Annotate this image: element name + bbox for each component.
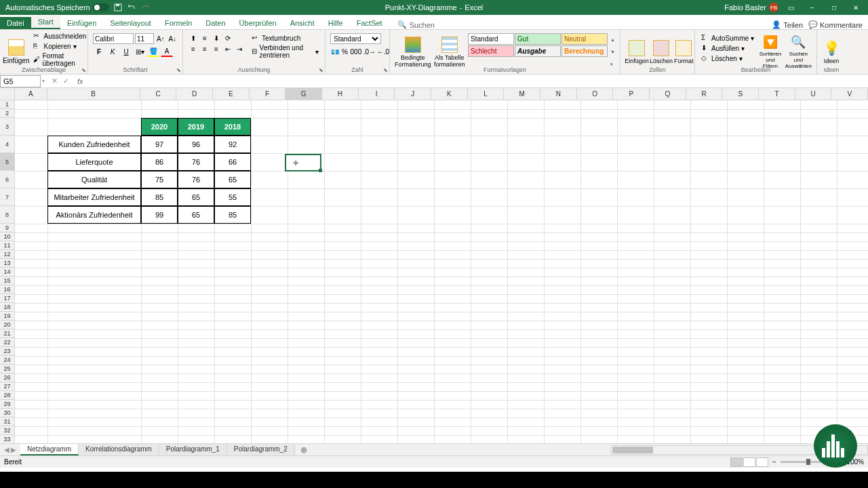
tab-start[interactable]: Start [31,16,60,29]
row-header-14[interactable]: 14 [0,268,15,277]
decrease-indent-button[interactable]: ⇤ [222,44,233,54]
add-sheet-button[interactable]: ⊕ [295,444,313,456]
table-cell[interactable]: 85 [141,188,178,206]
table-header[interactable]: 2018 [214,118,251,136]
wrap-text-button[interactable]: ↩Textumbruch [250,33,320,43]
col-header-P[interactable]: P [613,88,650,100]
close-button[interactable]: ✕ [846,0,865,15]
row-header-11[interactable]: 11 [0,241,15,250]
fx-icon[interactable]: fx [75,77,86,85]
alignment-launcher[interactable]: ⬊ [319,67,323,73]
spreadsheet-grid[interactable]: ABCDEFGHIJKLMNOPQRSTUV 12345678910111213… [0,88,868,443]
row-header-3[interactable]: 3 [0,118,15,136]
table-row-label[interactable]: Kunden Zufriedenheit [47,136,141,153]
table-cell[interactable]: 85 [214,206,251,224]
tab-ueberpruefen[interactable]: Überprüfen [233,17,283,29]
page-layout-view-button[interactable] [743,458,755,467]
styles-scroll-up[interactable]: ▲ [610,37,615,42]
cut-button[interactable]: ✂Ausschneiden [32,31,87,41]
table-cell[interactable]: 65 [178,188,214,206]
col-header-I[interactable]: I [359,88,395,100]
bold-button[interactable]: F [93,46,105,57]
row-header-23[interactable]: 23 [0,347,15,356]
sheet-tab[interactable]: Polardiagramm_1 [159,444,227,455]
font-color-button[interactable]: A [161,46,173,57]
delete-cells-button[interactable]: Löschen [650,33,673,70]
col-header-S[interactable]: S [722,88,759,100]
table-cell[interactable]: 96 [178,136,214,153]
autosave-toggle[interactable]: Automatisches Speichern [5,3,109,12]
col-header-D[interactable]: D [176,88,213,100]
align-right-button[interactable]: ≡ [211,44,222,54]
table-row-label[interactable]: Lieferquote [47,153,141,171]
col-header-Q[interactable]: Q [650,88,686,100]
table-header[interactable]: 2020 [141,118,178,136]
align-left-button[interactable]: ≡ [188,44,199,54]
font-name-select[interactable] [93,33,134,44]
table-cell[interactable]: 76 [178,153,214,171]
row-header-8[interactable]: 8 [0,206,15,224]
font-launcher[interactable]: ⬊ [176,67,181,73]
copy-button[interactable]: ⎘Kopieren▾ [32,41,87,51]
insert-cells-button[interactable]: Einfügen [625,33,648,70]
tab-factset[interactable]: FactSet [350,17,389,29]
save-icon[interactable] [113,3,123,12]
decrease-decimal-button[interactable]: ←.0 [377,46,389,57]
col-header-C[interactable]: C [140,88,177,100]
row-header-9[interactable]: 9 [0,224,15,232]
style-schlecht[interactable]: Schlecht [468,45,514,57]
row-header-32[interactable]: 32 [0,426,15,435]
ideas-button[interactable]: 💡 Ideen [822,33,841,70]
user-avatar[interactable]: FB [769,3,778,12]
sheet-nav-next[interactable]: ▶ [11,446,16,453]
redo-icon[interactable] [140,3,150,12]
increase-indent-button[interactable]: ⇥ [234,44,245,54]
style-standard[interactable]: Standard [468,33,514,45]
row-header-25[interactable]: 25 [0,365,15,373]
col-header-N[interactable]: N [540,88,577,100]
col-header-H[interactable]: H [322,88,359,100]
align-bottom-button[interactable]: ⬇ [211,33,222,43]
row-header-26[interactable]: 26 [0,373,15,382]
sheet-nav-prev[interactable]: ◀ [4,446,9,453]
row-header-27[interactable]: 27 [0,382,15,391]
table-cell[interactable]: 55 [214,188,251,206]
row-header-6[interactable]: 6 [0,171,15,188]
normal-view-button[interactable] [730,458,743,467]
col-header-L[interactable]: L [468,88,505,100]
row-header-16[interactable]: 16 [0,285,15,294]
col-header-A[interactable]: A [15,88,47,100]
style-berechnung[interactable]: Berechnung [561,45,608,57]
tab-daten[interactable]: Daten [199,17,232,29]
row-header-20[interactable]: 20 [0,321,15,329]
conditional-formatting-button[interactable]: Bedingte Formatierung [395,33,431,70]
style-neutral[interactable]: Neutral [561,33,608,45]
percent-button[interactable]: % [341,46,349,57]
row-header-29[interactable]: 29 [0,400,15,409]
col-header-F[interactable]: F [250,88,286,100]
italic-button[interactable]: K [106,46,119,57]
sheet-tab[interactable]: Netzdiagramm [20,444,79,455]
sort-filter-button[interactable]: 🔽 Sortieren und Filtern [758,33,783,70]
align-middle-button[interactable]: ≡ [199,33,210,43]
undo-icon[interactable] [127,3,136,12]
tab-file[interactable]: Datei [0,17,31,29]
font-size-select[interactable] [135,33,154,44]
col-header-O[interactable]: O [577,88,614,100]
row-header-33[interactable]: 33 [0,435,15,443]
find-select-button[interactable]: 🔍 Suchen und Auswählen [785,33,812,70]
col-header-E[interactable]: E [213,88,250,100]
cancel-formula-icon[interactable]: ✕ [52,77,58,85]
row-header-24[interactable]: 24 [0,356,15,365]
table-cell[interactable]: 65 [214,171,251,188]
name-box[interactable]: G5 [0,75,41,87]
table-cell[interactable]: 65 [178,206,214,224]
autosum-button[interactable]: ΣAutoSumme▾ [700,33,755,43]
merge-center-button[interactable]: ⊟Verbinden und zentrieren▾ [250,43,320,60]
zoom-out-button[interactable]: − [772,458,776,466]
share-button[interactable]: 👤Teilen [772,20,803,29]
number-format-select[interactable]: Standard [330,33,381,44]
increase-font-button[interactable]: A↑ [155,33,166,44]
row-header-19[interactable]: 19 [0,312,15,321]
decrease-font-button[interactable]: A↓ [167,33,178,44]
